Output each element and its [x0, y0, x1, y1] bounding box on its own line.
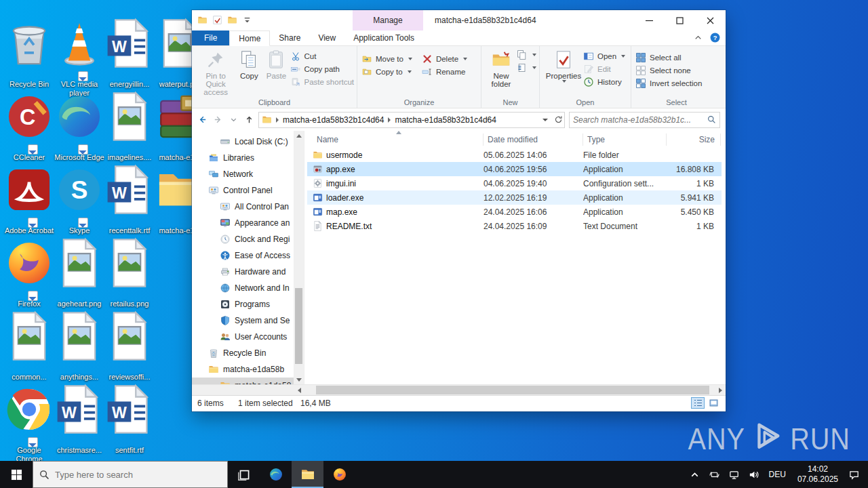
desktop-icon[interactable]: anythings...: [54, 300, 104, 373]
address-dropdown-icon[interactable]: [542, 119, 548, 121]
tab-share[interactable]: Share: [270, 30, 309, 45]
nav-item[interactable]: Ease of Access: [192, 247, 304, 264]
taskbar-explorer-button[interactable]: [292, 461, 323, 488]
nav-item[interactable]: All Control Pan: [192, 199, 304, 215]
taskbar-edge-button[interactable]: [260, 461, 292, 488]
maximize-button[interactable]: [665, 10, 695, 30]
desktop-icon[interactable]: S Skype: [54, 153, 104, 226]
column-header-size[interactable]: Size: [667, 134, 721, 146]
nav-item[interactable]: Recycle Bin: [192, 345, 304, 361]
file-row[interactable]: imgui.ini 04.06.2025 19:40 Configuration…: [307, 176, 722, 190]
hidden-icons-chevron-icon[interactable]: [685, 461, 705, 488]
breadcrumb-segment[interactable]: matcha-e1da58b32b1c4d64: [395, 115, 496, 125]
properties-check-icon[interactable]: [212, 15, 222, 25]
recent-locations-chevron-icon[interactable]: [229, 115, 239, 125]
nav-item[interactable]: User Accounts: [192, 329, 304, 345]
folder-icon[interactable]: [227, 15, 237, 25]
network-icon[interactable]: [724, 461, 744, 488]
copy-path-button[interactable]: Copy path: [290, 64, 355, 75]
details-view-button[interactable]: [691, 397, 705, 409]
close-button[interactable]: [695, 10, 726, 30]
tab-view[interactable]: View: [309, 30, 344, 45]
refresh-icon[interactable]: [554, 115, 563, 124]
copy-to-button[interactable]: Copy to: [361, 66, 412, 77]
search-input[interactable]: [573, 115, 707, 125]
desktop-icon[interactable]: retailus.png: [104, 226, 155, 300]
horizontal-scrollbar[interactable]: [192, 384, 726, 395]
history-button[interactable]: History: [583, 77, 625, 87]
desktop-icon[interactable]: W christmasre...: [54, 373, 104, 446]
edit-button[interactable]: Edit: [583, 64, 625, 75]
task-view-button[interactable]: [228, 461, 260, 488]
desktop-icon[interactable]: Recycle Bin: [4, 7, 54, 80]
select-none-button[interactable]: Select none: [635, 65, 702, 76]
file-row[interactable]: loader.exe 12.02.2025 16:19 Application …: [307, 190, 722, 205]
help-icon[interactable]: ?: [710, 33, 720, 43]
taskbar-clock[interactable]: 14:02 07.06.2025: [791, 464, 844, 485]
manage-contextual-label[interactable]: Manage: [353, 10, 423, 30]
desktop-icon[interactable]: VLC media player: [54, 7, 104, 80]
forward-button[interactable]: [213, 115, 223, 125]
invert-selection-button[interactable]: Invert selection: [635, 78, 702, 89]
column-header-type[interactable]: Type: [583, 134, 667, 146]
desktop-icon[interactable]: common...: [4, 300, 54, 373]
desktop-icon[interactable]: imagelines....: [104, 80, 155, 153]
taskbar-firefox-button[interactable]: [323, 461, 355, 488]
scroll-left-icon[interactable]: [294, 385, 304, 395]
column-header-modified[interactable]: Date modified: [484, 134, 583, 146]
nav-item[interactable]: System and Se: [192, 312, 304, 329]
paste-button[interactable]: Paste: [262, 48, 290, 80]
file-row[interactable]: app.exe 04.06.2025 19:56 Application 16.…: [307, 162, 722, 176]
desktop-icon[interactable]: Microsoft Edge: [54, 80, 104, 153]
taskbar-search-input[interactable]: [55, 470, 221, 480]
desktop-icon[interactable]: W energyillin...: [104, 7, 155, 80]
nav-item[interactable]: Hardware and: [192, 264, 304, 280]
taskbar-search[interactable]: [33, 461, 228, 488]
start-button[interactable]: [0, 461, 33, 488]
desktop-icon[interactable]: ageheart.png: [54, 226, 104, 300]
volume-icon[interactable]: [744, 461, 764, 488]
desktop-icon[interactable]: W sentfit.rtf: [104, 373, 155, 446]
collapse-ribbon-chevron-icon[interactable]: [693, 33, 703, 43]
desktop-icon[interactable]: reviewsoffi...: [104, 300, 155, 373]
nav-scrollbar[interactable]: [294, 131, 304, 384]
nav-item[interactable]: matcha-e1da58: [192, 378, 304, 384]
paste-shortcut-button[interactable]: Paste shortcut: [290, 77, 355, 87]
tab-file[interactable]: File: [192, 30, 229, 45]
tab-application-tools[interactable]: Application Tools: [344, 30, 423, 45]
nav-item[interactable]: Network and In: [192, 280, 304, 296]
scroll-right-icon[interactable]: [715, 385, 726, 395]
new-item-button[interactable]: [517, 49, 536, 60]
select-all-button[interactable]: Select all: [635, 52, 702, 63]
properties-button[interactable]: Properties: [544, 48, 583, 83]
search-box[interactable]: [569, 112, 720, 128]
desktop-icon[interactable]: C CCleaner: [4, 80, 54, 153]
move-to-button[interactable]: Move to: [361, 54, 412, 64]
desktop-icon[interactable]: Firefox: [4, 226, 54, 300]
nav-scrollbar-thumb[interactable]: [295, 288, 302, 364]
delete-button[interactable]: Delete: [422, 54, 467, 64]
column-header-name[interactable]: Name: [304, 134, 484, 146]
rename-button[interactable]: Rename: [422, 66, 467, 77]
copy-button[interactable]: Copy: [235, 48, 262, 80]
file-row[interactable]: map.exe 24.04.2025 16:06 Application 5.4…: [307, 205, 722, 219]
desktop-icon[interactable]: Adobe Acrobat: [4, 153, 54, 226]
vm-sync-icon[interactable]: [705, 461, 724, 488]
nav-item[interactable]: Control Panel: [192, 182, 304, 199]
nav-item[interactable]: Libraries: [192, 150, 304, 166]
nav-item[interactable]: Network: [192, 166, 304, 182]
nav-item[interactable]: Appearance an: [192, 215, 304, 231]
file-row[interactable]: README.txt 24.04.2025 16:09 Text Documen…: [307, 219, 722, 233]
desktop-icon[interactable]: W recenttalk.rtf: [104, 153, 155, 226]
file-row[interactable]: usermode 05.06.2025 14:06 File folder: [307, 148, 722, 162]
pin-to-quick-access-button[interactable]: Pin to Quick access: [196, 48, 235, 96]
horizontal-scrollbar-thumb[interactable]: [316, 386, 709, 394]
tab-home[interactable]: Home: [229, 30, 270, 46]
nav-item[interactable]: Clock and Regi: [192, 231, 304, 247]
nav-item[interactable]: Programs: [192, 296, 304, 312]
up-button[interactable]: [244, 115, 254, 125]
desktop-icon[interactable]: Google Chrome: [4, 373, 54, 446]
customize-toolbar-chevron-icon[interactable]: [242, 15, 252, 25]
breadcrumb[interactable]: matcha-e1da58b32b1c4d64 matcha-e1da58b32…: [258, 112, 565, 128]
scroll-up-icon[interactable]: [294, 131, 304, 140]
